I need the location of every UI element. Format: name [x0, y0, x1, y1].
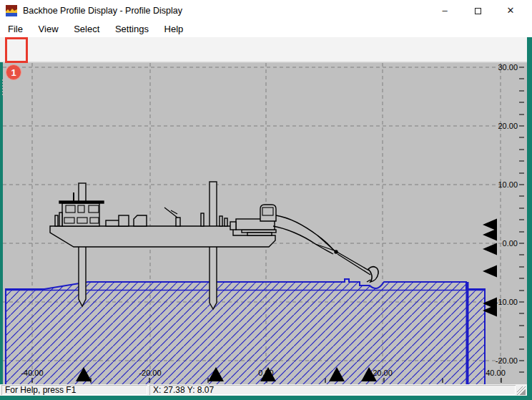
deck-post: [220, 216, 222, 226]
svg-text:20.00: 20.00: [373, 369, 393, 377]
seabed-profile: [6, 279, 485, 385]
desktop-edge-bottom: [0, 396, 532, 400]
toolbar: Starboard ▼: [0, 37, 527, 62]
close-button[interactable]: ✕: [494, 0, 527, 21]
menu-settings[interactable]: Settings: [109, 21, 155, 37]
boom-upper: [276, 215, 333, 250]
svg-text:10.00: 10.00: [498, 180, 518, 189]
maximize-button[interactable]: [461, 0, 494, 21]
bulwark-post: [55, 215, 58, 226]
svg-text:-20.00: -20.00: [496, 356, 518, 365]
menu-select[interactable]: Select: [67, 21, 106, 37]
status-help-text: For Help, press F1: [1, 385, 147, 395]
status-bar: For Help, press F1 X: 27.38 Y: 8.07: [0, 384, 527, 396]
svg-text:-10.00: -10.00: [496, 298, 518, 306]
window-title: Backhoe Profile Display - Profile Displa…: [23, 0, 182, 21]
profile-drawing: 30.00 20.00 10.00 0.00 -10.00 -20.00 -40…: [3, 63, 527, 385]
svg-text:30.00: 30.00: [498, 63, 518, 72]
svg-text:-20.00: -20.00: [139, 369, 161, 377]
maximize-icon: [475, 8, 481, 14]
app-icon: [6, 5, 17, 16]
deck-post: [201, 213, 204, 226]
stick: [333, 250, 370, 275]
deck-post: [225, 218, 227, 226]
annotation-highlight-box: [5, 37, 28, 63]
status-coordinates: X: 27.38 Y: 8.07: [149, 385, 516, 395]
deck-tank: [134, 215, 147, 226]
profile-plot-canvas[interactable]: 30.00 20.00 10.00 0.00 -10.00 -20.00 -40…: [3, 62, 527, 384]
resize-grip[interactable]: [517, 386, 526, 395]
menu-bar: File View Select Settings Help: [0, 21, 532, 37]
svg-text:40.00: 40.00: [486, 369, 506, 377]
svg-text:20.00: 20.00: [498, 122, 518, 130]
svg-text:0.00: 0.00: [503, 239, 518, 248]
menu-file[interactable]: File: [1, 21, 29, 37]
title-bar: Backhoe Profile Display - Profile Displa…: [0, 0, 532, 21]
menu-view[interactable]: View: [32, 21, 65, 37]
desktop-edge-right: [527, 37, 532, 400]
svg-text:-40.00: -40.00: [21, 369, 43, 377]
menu-help[interactable]: Help: [158, 21, 190, 37]
bulwark-post: [59, 213, 62, 226]
minimize-button[interactable]: –: [428, 0, 461, 21]
y-axis-labels: 30.00 20.00 10.00 0.00 -10.00 -20.00: [496, 63, 518, 365]
deck-box: [119, 215, 129, 226]
annotation-badge: 1: [6, 64, 21, 80]
davit-crane: [164, 208, 180, 226]
